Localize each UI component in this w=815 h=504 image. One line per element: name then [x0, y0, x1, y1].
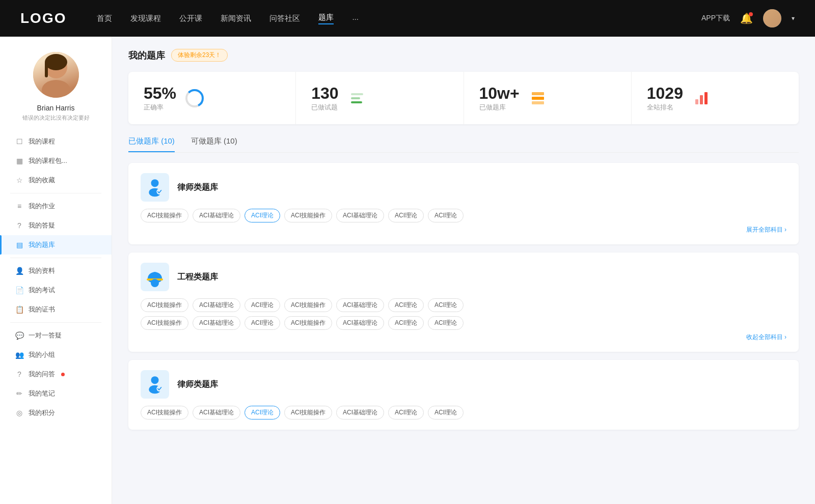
qbank-tag[interactable]: ACI基础理论 — [336, 316, 384, 330]
sidebar-item-label: 我的题库 — [29, 240, 55, 249]
sidebar-item-points[interactable]: ◎ 我的积分 — [0, 403, 112, 423]
qbank-title-1: 工程类题库 — [177, 272, 218, 283]
user-name: Brian Harris — [37, 104, 75, 112]
svg-rect-7 — [351, 97, 360, 99]
qbank-tag[interactable]: ACI理论 — [388, 406, 424, 419]
qbank-tag[interactable]: ACI理论 — [388, 209, 424, 222]
qbank-tag[interactable]: ACI理论 — [428, 209, 464, 222]
svg-rect-13 — [700, 95, 703, 104]
bar-chart-icon — [691, 88, 712, 108]
qbank-tag[interactable]: ACI技能操作 — [284, 209, 332, 222]
exam-icon: 📄 — [15, 286, 23, 294]
stat-ranking-value: 1029 — [647, 84, 683, 103]
qbank-tag[interactable]: ACI技能操作 — [141, 406, 188, 419]
avatar[interactable] — [763, 9, 781, 27]
stat-accuracy-label: 正确率 — [144, 103, 176, 112]
qbank-tag-active[interactable]: ACI理论 — [244, 406, 280, 419]
svg-rect-10 — [532, 97, 544, 100]
qbank-tag[interactable]: ACI基础理论 — [193, 209, 240, 222]
qbank-tag[interactable]: ACI技能操作 — [141, 298, 188, 312]
nav-open-course[interactable]: 公开课 — [179, 14, 202, 23]
qbank-tag[interactable]: ACI基础理论 — [193, 316, 240, 330]
chat-icon: 💬 — [15, 331, 23, 340]
bell-icon[interactable]: 🔔 — [740, 12, 753, 24]
sidebar-avatar — [33, 52, 79, 98]
tab-done-banks[interactable]: 已做题库 (10) — [128, 136, 175, 152]
stat-ranking-label: 全站排名 — [647, 103, 683, 112]
qbank-tag[interactable]: ACI基础理论 — [193, 406, 240, 419]
sidebar-item-group[interactable]: 👥 我的小组 — [0, 345, 112, 365]
svg-rect-14 — [704, 92, 708, 104]
qbank-tag[interactable]: ACI技能操作 — [284, 316, 332, 330]
qbank-tag[interactable]: ACI基础理论 — [193, 298, 240, 312]
nav-news[interactable]: 新闻资讯 — [221, 14, 251, 23]
qbank-tag[interactable]: ACI理论 — [428, 298, 464, 312]
sidebar: Brian Harris 错误的决定比没有决定要好 ☐ 我的课程 ▦ 我的课程包… — [0, 37, 112, 504]
nav-home[interactable]: 首页 — [97, 14, 112, 23]
qbank-tag[interactable]: ACI技能操作 — [141, 209, 188, 222]
sidebar-item-label: 一对一答疑 — [29, 331, 62, 340]
nav-qa[interactable]: 问答社区 — [269, 14, 300, 23]
sidebar-item-certificate[interactable]: 📋 我的证书 — [0, 300, 112, 319]
tab-available-banks[interactable]: 可做题库 (10) — [191, 136, 237, 152]
svg-point-21 — [151, 376, 159, 384]
profile-icon: 👤 — [15, 267, 23, 275]
qbank-tag-active[interactable]: ACI理论 — [244, 209, 280, 222]
sidebar-item-label: 我的笔记 — [29, 389, 55, 398]
qbank-tag[interactable]: ACI理论 — [388, 316, 424, 330]
qbank-expand-0[interactable]: 展开全部科目 › — [141, 226, 786, 234]
stat-ranking: 1029 全站排名 — [632, 72, 799, 124]
qbank-tag[interactable]: ACI理论 — [244, 316, 280, 330]
nav-discover[interactable]: 发现课程 — [130, 14, 161, 23]
nav-question-bank[interactable]: 题库 — [318, 13, 334, 24]
sidebar-item-questions[interactable]: ? 我的问答 — [0, 365, 112, 384]
app-download[interactable]: APP下载 — [701, 14, 730, 23]
notes-icon: ✏ — [15, 389, 23, 398]
sidebar-divider — [10, 193, 101, 193]
list-icon: ▤ — [15, 241, 23, 249]
sidebar-item-label: 我的积分 — [29, 408, 55, 417]
qbank-tag[interactable]: ACI技能操作 — [141, 316, 188, 330]
qbank-tag[interactable]: ACI基础理论 — [336, 298, 384, 312]
sidebar-item-homework[interactable]: ≡ 我的作业 — [0, 197, 112, 216]
qbank-tag[interactable]: ACI基础理论 — [336, 209, 384, 222]
svg-rect-8 — [351, 101, 362, 103]
unread-dot — [61, 373, 65, 376]
sidebar-item-qa[interactable]: ? 我的答疑 — [0, 216, 112, 235]
qbank-card-2: 律师类题库 ACI技能操作 ACI基础理论 ACI理论 ACI技能操作 ACI基… — [128, 360, 799, 430]
qbank-collapse-1[interactable]: 收起全部科目 › — [141, 333, 786, 342]
nav-more[interactable]: ··· — [352, 14, 359, 23]
sidebar-item-label: 我的小组 — [29, 350, 55, 359]
qbank-tags-0: ACI技能操作 ACI基础理论 ACI理论 ACI技能操作 ACI基础理论 AC… — [141, 209, 786, 222]
qbank-tag[interactable]: ACI理论 — [428, 406, 464, 419]
sidebar-item-notes[interactable]: ✏ 我的笔记 — [0, 384, 112, 403]
main-content: 我的题库 体验剩余23天！ 55% 正确率 — [112, 37, 815, 504]
sidebar-item-label: 我的答疑 — [29, 221, 55, 230]
sidebar-item-label: 我的课程包... — [29, 156, 67, 165]
chevron-down-icon[interactable]: ▾ — [792, 15, 795, 22]
stat-accuracy-value: 55% — [144, 84, 176, 103]
qbank-lawyer2-icon — [141, 370, 169, 399]
qbank-tag[interactable]: ACI理论 — [428, 316, 464, 330]
qbank-tag[interactable]: ACI技能操作 — [284, 406, 332, 419]
main-layout: Brian Harris 错误的决定比没有决定要好 ☐ 我的课程 ▦ 我的课程包… — [0, 37, 815, 504]
navbar-right: APP下载 🔔 ▾ — [701, 9, 795, 27]
stat-done-value: 130 — [311, 84, 338, 103]
navbar: LOGO 首页 发现课程 公开课 新闻资讯 问答社区 题库 ··· APP下载 … — [0, 0, 815, 37]
sidebar-item-one-on-one[interactable]: 💬 一对一答疑 — [0, 326, 112, 345]
star-icon: ☆ — [15, 176, 23, 184]
sidebar-item-collection[interactable]: ☆ 我的收藏 — [0, 171, 112, 190]
sidebar-item-label: 我的作业 — [29, 202, 55, 211]
sidebar-item-my-course[interactable]: ☐ 我的课程 — [0, 132, 112, 151]
sidebar-item-exam[interactable]: 📄 我的考试 — [0, 281, 112, 300]
sidebar-item-profile[interactable]: 👤 我的资料 — [0, 261, 112, 281]
qbank-tag[interactable]: ACI技能操作 — [284, 298, 332, 312]
qbank-tag[interactable]: ACI理论 — [388, 298, 424, 312]
logo: LOGO — [20, 10, 66, 26]
sidebar-item-course-package[interactable]: ▦ 我的课程包... — [0, 151, 112, 171]
list-chart-icon — [347, 88, 367, 108]
qbank-tags-2: ACI技能操作 ACI基础理论 ACI理论 ACI技能操作 ACI基础理论 AC… — [141, 406, 786, 419]
sidebar-item-question-bank[interactable]: ▤ 我的题库 — [0, 235, 112, 255]
qbank-tag[interactable]: ACI基础理论 — [336, 406, 384, 419]
qbank-tag[interactable]: ACI理论 — [244, 298, 280, 312]
